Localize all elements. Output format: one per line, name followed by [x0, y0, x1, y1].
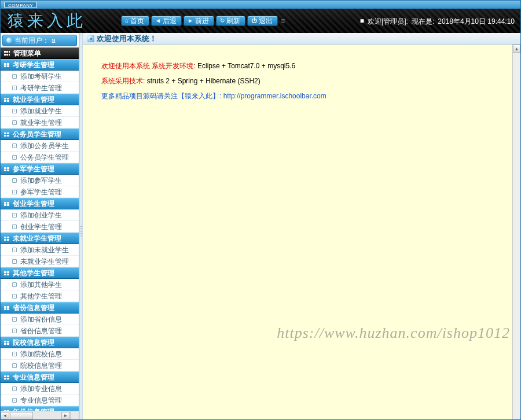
menu-category-label: 院校信息管理 [13, 337, 54, 348]
content-line-2: 系统采用技术: struts 2 + Spring + Hibernate (S… [101, 76, 509, 86]
menu-category-label: 未就业学生管理 [13, 233, 61, 244]
item-icon [12, 248, 17, 252]
expand-icon[interactable]: » [87, 35, 94, 42]
line1-red: 欢迎使用本系统 系统开发环境: [101, 62, 197, 70]
menu-item[interactable]: 添加院校信息 [1, 348, 79, 360]
refresh-button[interactable]: ↻ 刷新 [216, 16, 245, 26]
menu-item[interactable]: 添加参军学生 [1, 175, 79, 186]
window-titlebar: COMPANY [0, 0, 521, 9]
datetime-text: 2018年4月10日 19:44:10 [438, 17, 515, 27]
menu-category-label: 参军学生管理 [13, 163, 54, 175]
back-button[interactable]: ◄ 后退 [151, 16, 182, 26]
menu-item-label: 创业学生管理 [20, 221, 62, 233]
logout-button[interactable]: ⏻ 退出 [247, 16, 278, 26]
menu-item-label: 添加公务员学生 [20, 140, 69, 152]
menu-item-label: 其他学生管理 [20, 290, 62, 302]
menu-item[interactable]: 添加考研学生 [1, 71, 79, 82]
toolbar-more-icon[interactable]: ≡ [280, 16, 287, 26]
home-button[interactable]: ⌂ 首页 [121, 16, 149, 26]
menu-item[interactable]: 就业学生管理 [1, 117, 79, 128]
scroll-right-icon[interactable]: ► [61, 412, 70, 419]
menu-item[interactable]: 添加其他学生 [1, 279, 79, 290]
line2-red: 系统采用技术: [101, 77, 147, 85]
line3-blue: 更多精品项目源码请关注【猿来入此】: [101, 92, 223, 100]
menu-category[interactable]: 其他学生管理 [1, 267, 79, 279]
sidebar-hscroll[interactable]: ◄ ► [1, 411, 79, 419]
company-badge: COMPANY [4, 2, 37, 8]
item-icon [12, 259, 17, 264]
menu-item[interactable]: 专业信息管理 [1, 395, 79, 406]
scroll-up-icon[interactable]: ▲ [513, 45, 520, 53]
refresh-icon: ↻ [220, 16, 225, 26]
sidebar: 当前用户： a 管理菜单 考研学生管理添加考研学生考研学生管理就业学生管理添加就… [1, 33, 79, 419]
menu-category[interactable]: 参军学生管理 [1, 163, 79, 175]
item-icon [12, 398, 17, 403]
menu-item[interactable]: 创业学生管理 [1, 221, 79, 233]
logout-label: 退出 [259, 16, 273, 26]
menu-item-label: 添加院校信息 [20, 348, 62, 360]
item-icon [12, 190, 17, 194]
menu-category[interactable]: 专业信息管理 [1, 371, 79, 383]
menu-item[interactable]: 添加省份信息 [1, 314, 79, 325]
scroll-left-icon[interactable]: ◄ [1, 412, 9, 419]
menu-category-label: 年份信息管理 [13, 406, 54, 411]
line3-link[interactable]: http://programmer.ischoolbar.com [223, 92, 326, 100]
menu-category[interactable]: 公务员学生管理 [1, 128, 79, 140]
menu-item[interactable]: 省份信息管理 [1, 325, 79, 337]
item-icon [12, 352, 17, 356]
menu-category[interactable]: 院校信息管理 [1, 337, 79, 348]
forward-button[interactable]: ► 前进 [184, 16, 214, 26]
item-icon [12, 213, 17, 218]
menu-item-label: 考研学生管理 [20, 82, 62, 94]
menu-item-label: 专业信息管理 [20, 395, 62, 406]
menu-item[interactable]: 添加就业学生 [1, 105, 79, 117]
menu-item[interactable]: 其他学生管理 [1, 290, 79, 302]
menu-item[interactable]: 添加专业信息 [1, 383, 79, 395]
main-vscroll[interactable]: ▲ [512, 45, 520, 419]
content-line-3: 更多精品项目源码请关注【猿来入此】: http://programmer.isc… [101, 91, 509, 101]
category-icon [4, 202, 9, 206]
menu-header: 管理菜单 [1, 47, 79, 59]
menu-item-label: 添加专业信息 [20, 383, 62, 395]
menu-category[interactable]: 就业学生管理 [1, 94, 79, 105]
item-icon [12, 178, 17, 183]
menu-item[interactable]: 院校信息管理 [1, 360, 79, 371]
current-user-box: 当前用户： a [2, 35, 77, 46]
item-icon [12, 294, 17, 299]
item-icon [12, 282, 17, 287]
menu-item[interactable]: 添加未就业学生 [1, 244, 79, 256]
menu-header-label: 管理菜单 [13, 47, 41, 59]
menu-category[interactable]: 未就业学生管理 [1, 233, 79, 244]
menu-category-label: 公务员学生管理 [13, 128, 61, 140]
menu-item-label: 添加未就业学生 [20, 244, 69, 256]
item-icon [12, 224, 17, 229]
item-icon [12, 329, 17, 333]
category-icon [4, 271, 9, 275]
menu-item[interactable]: 添加公务员学生 [1, 140, 79, 152]
menu-category[interactable]: 考研学生管理 [1, 59, 79, 71]
menu-item[interactable]: 公务员学生管理 [1, 152, 79, 163]
watermark: https://www.huzhan.com/ishop1012 [277, 322, 510, 344]
scroll-thumb[interactable] [10, 412, 33, 419]
item-icon [12, 155, 17, 160]
menu-item-label: 添加创业学生 [20, 209, 62, 221]
menu-item[interactable]: 添加创业学生 [1, 209, 79, 221]
menu-item[interactable]: 未就业学生管理 [1, 256, 79, 267]
item-icon [12, 143, 17, 148]
menu-category-label: 考研学生管理 [13, 59, 54, 71]
menu-item[interactable]: 考研学生管理 [1, 82, 79, 94]
menu-item-label: 添加就业学生 [20, 105, 62, 117]
welcome-text: 欢迎[管理员]: [368, 17, 408, 27]
home-label: 首页 [130, 16, 144, 26]
item-icon [12, 86, 17, 90]
forward-icon: ► [188, 16, 193, 26]
menu-category-label: 就业学生管理 [13, 94, 54, 105]
menu-category[interactable]: 创业学生管理 [1, 198, 79, 209]
category-icon [4, 98, 9, 102]
menu-item-label: 省份信息管理 [20, 325, 62, 337]
menu-category[interactable]: 年份信息管理 [1, 406, 79, 411]
menu-item[interactable]: 参军学生管理 [1, 186, 79, 198]
menu-category-label: 省份信息管理 [13, 302, 54, 314]
menu-wrap: 考研学生管理添加考研学生考研学生管理就业学生管理添加就业学生就业学生管理公务员学… [1, 59, 79, 411]
menu-category[interactable]: 省份信息管理 [1, 302, 79, 314]
